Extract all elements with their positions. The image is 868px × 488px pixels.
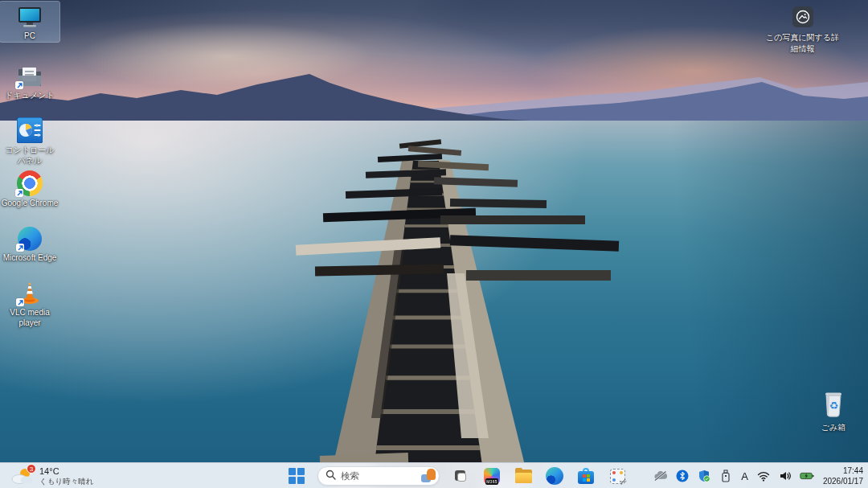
wallpaper-scenery [0, 0, 868, 488]
recycle-bin-label: ごみ箱 [821, 422, 845, 433]
snipping-tool-button[interactable]: ✂ [607, 465, 628, 486]
microsoft-store-button[interactable] [575, 465, 596, 486]
chrome-icon [17, 169, 43, 196]
taskbar-clock[interactable]: 17:44 2026/01/17 [821, 465, 863, 486]
edge-icon [18, 223, 42, 251]
spotlight-picture-icon[interactable] [792, 6, 813, 27]
documents-folder-icon [17, 61, 43, 88]
taskbar-search[interactable] [317, 466, 440, 486]
notification-badge: 3 [27, 464, 36, 474]
spotlight-label: この写真に関する詳細情報 [764, 32, 841, 55]
recycle-bin-icon: ♻ [821, 391, 845, 420]
edge-icon [546, 467, 563, 485]
desktop-icon-vlc[interactable]: VLC media player [0, 278, 59, 328]
ime-mode-indicator[interactable]: A [740, 470, 749, 482]
taskbar: 3 14°C くもり時々晴れ [0, 462, 868, 488]
file-explorer-icon [515, 470, 532, 483]
clock-time: 17:44 [823, 465, 863, 476]
snipping-tool-icon: ✂ [610, 469, 625, 484]
volume-icon[interactable] [778, 469, 792, 483]
shortcut-arrow-icon [15, 81, 23, 89]
vlc-cone-icon [18, 278, 42, 306]
desktop: PC ドキュメント [0, 0, 868, 488]
taskbar-center: M365 ✂ [286, 463, 628, 488]
shortcut-arrow-icon [15, 189, 23, 197]
search-input[interactable] [341, 471, 416, 481]
bluetooth-icon[interactable] [675, 469, 690, 483]
weather-text: 14°C くもり時々晴れ [39, 466, 93, 486]
microsoft-365-copilot-button[interactable]: M365 [481, 465, 502, 486]
microsoft-edge-button[interactable] [544, 465, 565, 486]
task-view-icon [452, 468, 469, 484]
copilot-icon: M365 [484, 468, 500, 484]
desktop-icon-label: コントロール パネル [0, 146, 59, 166]
usb-device-icon[interactable] [719, 469, 733, 483]
system-tray: A [653, 463, 863, 488]
m365-badge: M365 [485, 478, 498, 485]
microsoft-store-icon [578, 468, 594, 484]
bing-daily-image-icon[interactable] [421, 469, 436, 483]
weather-widget[interactable]: 3 14°C くもり時々晴れ [6, 463, 98, 488]
desktop-icon-label: Google Chrome [2, 199, 59, 209]
desktop-icon-label: ドキュメント [5, 91, 54, 101]
desktop-icon-microsoft-edge[interactable]: Microsoft Edge [0, 223, 59, 264]
file-explorer-button[interactable] [513, 465, 534, 486]
start-button[interactable] [286, 465, 307, 486]
shortcut-arrow-icon [16, 298, 24, 306]
desktop-icon-documents[interactable]: ドキュメント [0, 61, 59, 101]
desktop-icon-recycle-bin[interactable]: ♻ ごみ箱 [808, 391, 859, 433]
shortcut-arrow-icon [16, 244, 24, 252]
desktop-icon-pc[interactable]: PC [0, 2, 59, 42]
task-view-button[interactable] [450, 465, 471, 486]
desktop-icon-control-panel[interactable]: コントロール パネル [0, 116, 59, 166]
svg-text:♻: ♻ [829, 400, 839, 412]
weather-temperature: 14°C [39, 466, 93, 477]
pier [296, 139, 619, 488]
pc-monitor-icon [16, 2, 43, 29]
weather-cloud-sun-icon: 3 [11, 466, 34, 486]
desktop-icon-google-chrome[interactable]: Google Chrome [0, 169, 59, 209]
clock-date: 2026/01/17 [823, 476, 863, 486]
wifi-icon[interactable] [756, 469, 771, 483]
control-panel-icon [17, 116, 43, 143]
security-shield-icon[interactable] [697, 469, 711, 483]
battery-charging-icon[interactable] [800, 469, 814, 483]
weather-condition: くもり時々晴れ [39, 477, 93, 486]
desktop-icon-label: PC [24, 31, 35, 42]
search-icon [326, 469, 336, 483]
onedrive-slash-icon[interactable] [653, 469, 668, 483]
spotlight-info[interactable]: この写真に関する詳細情報 [764, 6, 841, 55]
desktop-icon-label: Microsoft Edge [3, 253, 57, 264]
windows-start-icon [289, 468, 305, 484]
desktop-icon-label: VLC media player [0, 308, 59, 328]
